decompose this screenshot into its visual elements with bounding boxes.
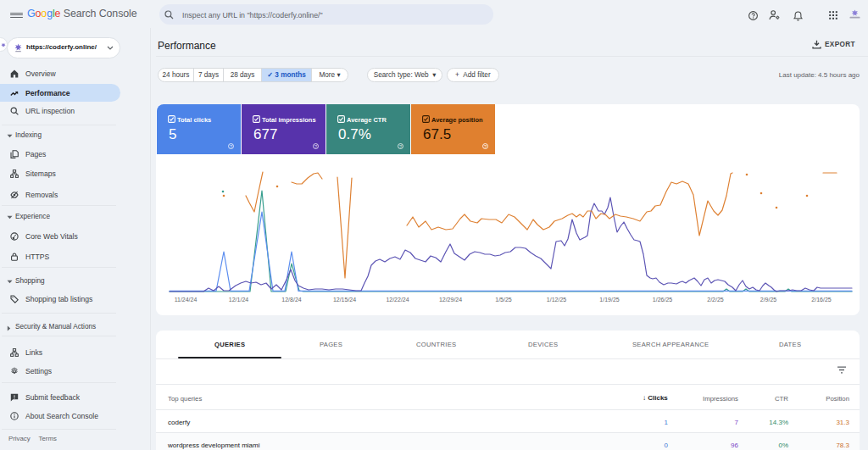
svg-text:12/1/24: 12/1/24 bbox=[229, 297, 248, 303]
svg-text:1/26/25: 1/26/25 bbox=[653, 297, 672, 303]
svg-text:11/24/24: 11/24/24 bbox=[175, 297, 198, 303]
svg-text:2/2/25: 2/2/25 bbox=[707, 297, 724, 303]
svg-text:1/5/25: 1/5/25 bbox=[495, 297, 512, 303]
svg-text:12/22/24: 12/22/24 bbox=[386, 297, 409, 303]
svg-text:12/29/24: 12/29/24 bbox=[439, 297, 462, 303]
svg-text:1/12/25: 1/12/25 bbox=[547, 297, 566, 303]
svg-text:1/19/25: 1/19/25 bbox=[599, 297, 619, 303]
svg-text:2/16/25: 2/16/25 bbox=[811, 297, 831, 303]
svg-text:12/8/24: 12/8/24 bbox=[281, 297, 301, 303]
svg-text:12/15/24: 12/15/24 bbox=[333, 297, 356, 303]
svg-text:2/9/25: 2/9/25 bbox=[760, 297, 777, 303]
